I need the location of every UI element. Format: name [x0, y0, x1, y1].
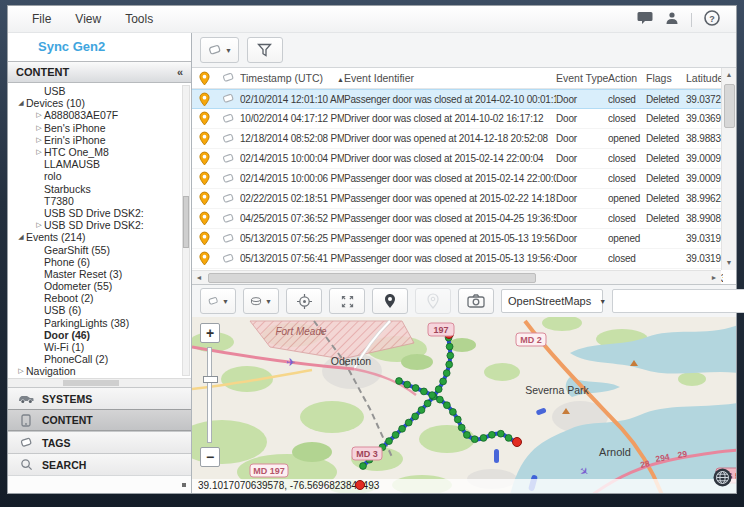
map-tag-menu-button[interactable]: ▼ — [200, 288, 236, 314]
tree-item[interactable]: Master Reset (3) — [8, 268, 191, 280]
expander-closed-icon[interactable]: ▷ — [34, 221, 44, 229]
location-pin-icon[interactable] — [192, 151, 216, 166]
tree-item[interactable]: ▷A888083AE07F — [8, 109, 191, 121]
location-pin-column-icon[interactable] — [192, 71, 216, 86]
show-pins-secondary-button[interactable] — [415, 288, 451, 314]
tag-icon[interactable] — [216, 253, 240, 265]
map-search-input[interactable] — [612, 289, 744, 313]
column-flags[interactable]: Flags — [646, 72, 686, 84]
tag-column-icon[interactable] — [216, 72, 240, 84]
tree-item[interactable]: ParkingLights (38) — [8, 317, 191, 329]
location-pin-icon[interactable] — [192, 92, 216, 107]
map-provider-select[interactable]: OpenStreetMaps ▼ — [501, 289, 603, 313]
sidebar-section-tags[interactable]: TAGS — [8, 431, 191, 453]
tag-icon[interactable] — [216, 193, 240, 205]
show-pins-button[interactable] — [372, 288, 408, 314]
tree-item[interactable]: ▷Ben's iPhone — [8, 122, 191, 134]
resize-grip[interactable] — [182, 483, 186, 487]
expander-closed-icon[interactable]: ▷ — [34, 136, 44, 144]
zoom-slider-track[interactable] — [207, 347, 212, 443]
location-pin-icon[interactable] — [192, 131, 216, 146]
scroll-right-icon[interactable]: ► — [707, 274, 721, 281]
map-view[interactable]: ✈ ✈ Fort Meade Odenton Severna Park Arno… — [192, 317, 736, 493]
tree-item[interactable]: GearShift (55) — [8, 243, 191, 255]
tree-item[interactable]: Reboot (2) — [8, 292, 191, 304]
table-row[interactable]: 05/13/2015 07:56:41 PMPassenger door was… — [192, 249, 721, 269]
chat-icon[interactable] — [637, 11, 653, 28]
tag-icon[interactable] — [216, 173, 240, 185]
tree-item[interactable]: T7380 — [8, 195, 191, 207]
table-row[interactable]: 02/22/2015 02:18:51 PMPassenger door was… — [192, 189, 721, 209]
map-layers-menu-button[interactable]: ▼ — [243, 288, 279, 314]
column-type[interactable]: Event Type — [556, 72, 608, 84]
scrollbar-thumb[interactable] — [208, 273, 536, 283]
location-pin-icon[interactable] — [192, 231, 216, 246]
expander-open-icon[interactable]: ◢ — [16, 233, 26, 241]
sidebar-section-systems[interactable]: SYSTEMS — [8, 387, 191, 409]
column-latitude[interactable]: Latitude — [686, 72, 723, 84]
expander-closed-icon[interactable]: ▷ — [34, 124, 44, 132]
globe-icon[interactable] — [713, 468, 732, 491]
filter-button[interactable] — [247, 37, 283, 63]
table-row[interactable]: 05/13/2015 07:56:25 PMPassenger door was… — [192, 229, 721, 249]
tree-item[interactable]: ◢Devices (10) — [8, 97, 191, 109]
scroll-down-icon[interactable]: ▼ — [726, 256, 733, 270]
tree-item[interactable]: Odometer (55) — [8, 280, 191, 292]
tree-item[interactable]: Wi-Fi (1) — [8, 341, 191, 353]
tag-icon[interactable] — [216, 133, 240, 145]
location-pin-icon[interactable] — [192, 251, 216, 266]
expander-closed-icon[interactable]: ▷ — [34, 148, 44, 156]
location-pin-icon[interactable] — [192, 171, 216, 186]
tree-item[interactable]: ▷Erin's iPhone — [8, 134, 191, 146]
tree-item[interactable]: USB SD Drive DSK2: — [8, 207, 191, 219]
table-horizontal-scrollbar[interactable]: ◄► — [192, 270, 721, 284]
tree-item[interactable]: PhoneCall (2) — [8, 353, 191, 365]
tree-item[interactable]: Door (46) — [8, 329, 191, 341]
tag-icon[interactable] — [216, 93, 240, 105]
expander-closed-icon[interactable]: ▷ — [16, 367, 26, 375]
tree-item[interactable]: ▷HTC One_M8 — [8, 146, 191, 158]
zoom-slider-handle[interactable] — [203, 376, 218, 383]
column-identifier[interactable]: Event Identifier — [344, 72, 556, 84]
tag-icon[interactable] — [216, 153, 240, 165]
center-map-button[interactable] — [286, 288, 322, 314]
location-pin-icon[interactable] — [192, 111, 216, 126]
column-timestamp[interactable]: Timestamp (UTC)▲ — [240, 72, 344, 84]
expander-closed-icon[interactable]: ▷ — [34, 111, 44, 119]
tree-item[interactable]: Starbucks — [8, 183, 191, 195]
scroll-up-icon[interactable]: ▲ — [726, 68, 733, 82]
table-row[interactable]: 02/10/2014 12:01:10 AMPassenger door was… — [192, 89, 721, 109]
column-action[interactable]: Action — [608, 72, 646, 84]
snapshot-button[interactable] — [458, 288, 494, 314]
fit-extents-button[interactable] — [329, 288, 365, 314]
zoom-in-button[interactable]: + — [200, 323, 220, 343]
table-row[interactable]: 12/18/2014 08:52:08 PMDriver door was op… — [192, 129, 721, 149]
tag-icon[interactable] — [216, 113, 240, 125]
table-row[interactable]: 10/02/2014 04:17:12 PMDriver door was cl… — [192, 109, 721, 129]
table-vertical-scrollbar[interactable]: ▲▼ — [721, 68, 736, 270]
tag-menu-button[interactable]: ▼ — [200, 37, 239, 63]
tree-item[interactable]: rolo — [8, 170, 191, 182]
scrollbar-thumb[interactable] — [724, 84, 735, 128]
sidebar-section-search[interactable]: SEARCH — [8, 453, 191, 475]
tree-horizontal-scrollbar[interactable] — [8, 378, 191, 387]
menu-file[interactable]: File — [32, 12, 51, 26]
zoom-out-button[interactable]: − — [200, 447, 220, 467]
tree-item[interactable]: ◢Events (214) — [8, 231, 191, 243]
tree-item[interactable]: ▷Navigation — [8, 365, 191, 377]
sidebar-section-content[interactable]: CONTENT — [8, 409, 191, 431]
tag-icon[interactable] — [216, 213, 240, 225]
menu-view[interactable]: View — [75, 12, 101, 26]
menu-tools[interactable]: Tools — [125, 12, 153, 26]
tree-item[interactable]: LLAMAUSB — [8, 158, 191, 170]
collapse-panel-icon[interactable]: « — [177, 66, 183, 78]
scroll-left-icon[interactable]: ◄ — [192, 274, 206, 281]
table-row[interactable]: 02/14/2015 10:00:06 PMPassenger door was… — [192, 169, 721, 189]
tree-vertical-scrollbar[interactable] — [182, 85, 190, 376]
help-icon[interactable]: ? — [704, 10, 720, 29]
user-icon[interactable] — [665, 11, 679, 28]
expander-open-icon[interactable]: ◢ — [16, 99, 26, 107]
tree-item[interactable]: USB — [8, 85, 191, 97]
tag-icon[interactable] — [216, 233, 240, 245]
tree-item[interactable]: USB (6) — [8, 304, 191, 316]
